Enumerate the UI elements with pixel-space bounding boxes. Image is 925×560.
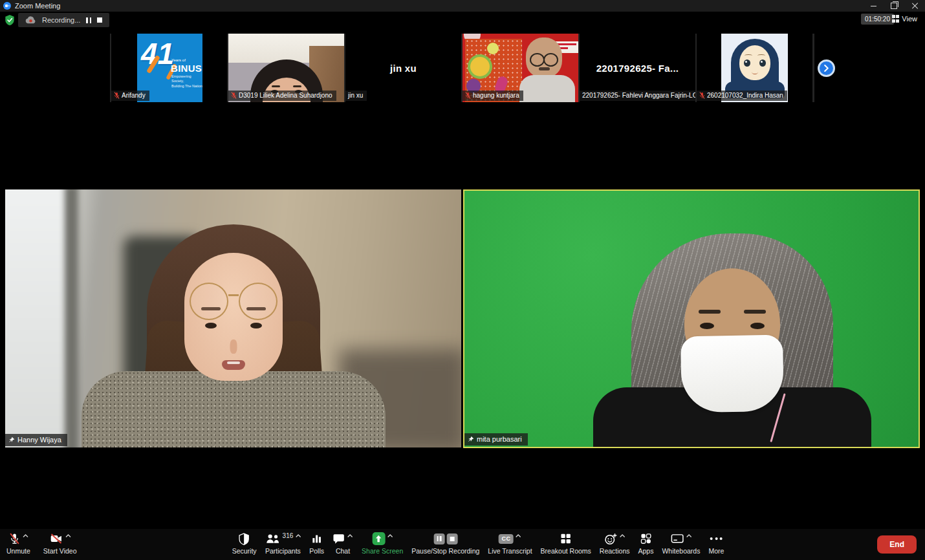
meeting-info-bar: Recording... 01:50:20 View	[0, 12, 925, 28]
participant-filmstrip: 41 Years of BINUS Empowering Society, Bu…	[110, 34, 814, 102]
binus-brand: BINUS	[171, 63, 202, 74]
pause-recording-button[interactable]	[86, 17, 91, 23]
cloud-recording-icon	[25, 16, 36, 25]
stop-icon	[97, 17, 102, 23]
more-button[interactable]: More	[708, 532, 724, 555]
whiteboards-caret[interactable]	[686, 532, 691, 539]
apps-button[interactable]: Apps	[638, 532, 654, 555]
whiteboard-icon	[670, 533, 684, 544]
binus-41: 41	[141, 39, 174, 69]
share-screen-icon	[372, 532, 385, 545]
chat-button[interactable]: Chat	[332, 532, 353, 555]
muted-mic-icon	[699, 92, 705, 99]
muted-mic-icon	[465, 92, 471, 99]
binus-years-of: Years of	[171, 58, 186, 62]
reactions-button[interactable]: Reactions	[600, 532, 630, 555]
participant-name-label: jin xu	[345, 91, 367, 101]
window-title: Zoom Meeting	[15, 2, 60, 10]
view-label: View	[902, 15, 917, 23]
video-thumb-arifandy[interactable]: 41 Years of BINUS Empowering Society, Bu…	[111, 34, 227, 102]
main-video-mita[interactable]: mita purbasari	[463, 189, 920, 448]
video-thumb-fahlevi[interactable]: 2201792625- Fa... 2201792625- Fahlevi An…	[580, 34, 695, 102]
security-button[interactable]: Security	[232, 532, 257, 555]
breakout-rooms-icon	[560, 533, 572, 544]
security-shield-icon	[239, 533, 250, 545]
muted-mic-icon	[114, 92, 120, 99]
video-thumb-jinxu[interactable]: jin xu jin xu	[345, 34, 461, 102]
participants-caret[interactable]	[295, 532, 301, 539]
closed-captions-icon: CC	[499, 534, 514, 544]
participant-name-label: D3019 Liliek Adelina Suhardjono	[228, 91, 336, 101]
pause-icon	[86, 17, 91, 23]
unmute-options-caret[interactable]	[23, 532, 28, 539]
reactions-caret[interactable]	[620, 532, 626, 539]
close-button[interactable]	[904, 0, 925, 12]
main-video-hanny[interactable]: Hanny Wijaya	[5, 189, 461, 447]
participants-button[interactable]: 316 Participants	[265, 532, 301, 555]
shield-check-icon	[5, 14, 15, 26]
meeting-toolbar: Unmute Start Video	[0, 529, 925, 560]
end-meeting-button[interactable]: End	[877, 535, 917, 554]
reactions-smiley-icon	[604, 533, 618, 545]
video-thumb-indira[interactable]: 2602107032_Indira Hasan	[697, 34, 812, 102]
breakout-rooms-button[interactable]: Breakout Rooms	[541, 532, 591, 555]
next-participants-button[interactable]	[818, 59, 835, 77]
mita-person	[593, 233, 871, 447]
participant-name-label: 2201792625- Fahlevi Anggara Fajrin-LC33	[580, 91, 695, 101]
mic-muted-icon	[8, 532, 21, 545]
pause-stop-recording-button[interactable]: Pause/Stop Recording	[411, 532, 479, 555]
minimize-icon	[871, 6, 876, 6]
view-grid-icon	[892, 15, 900, 23]
maximize-button[interactable]	[884, 0, 904, 12]
camera-off-icon	[49, 532, 63, 545]
pause-recording-icon[interactable]	[433, 533, 444, 544]
pin-icon	[8, 436, 15, 443]
stop-recording-icon[interactable]	[446, 533, 457, 544]
start-video-button[interactable]: Start Video	[43, 532, 77, 555]
view-button[interactable]: View	[889, 14, 920, 24]
share-screen-caret[interactable]	[387, 532, 393, 539]
muted-mic-icon	[231, 92, 237, 99]
apps-icon	[640, 533, 651, 544]
stop-recording-button[interactable]	[97, 17, 102, 23]
zoom-app-icon	[3, 2, 11, 10]
binus-tagline: Empowering Society, Building The Nation	[171, 74, 202, 89]
minimize-button[interactable]	[863, 0, 884, 12]
pin-icon	[468, 436, 474, 442]
participant-name-label: hagung kuntjara	[462, 91, 523, 101]
glasses-right-lens	[239, 283, 278, 320]
participant-name-label: Arifandy	[111, 91, 149, 101]
share-screen-button[interactable]: Share Screen	[362, 532, 403, 555]
recording-indicator: Recording...	[18, 13, 109, 27]
chat-caret[interactable]	[347, 532, 353, 539]
participant-name-label: mita purbasari	[464, 433, 528, 446]
video-options-caret[interactable]	[65, 532, 71, 539]
unmute-button[interactable]: Unmute	[6, 532, 30, 555]
polls-icon	[311, 533, 323, 544]
participant-name-label: Hanny Wijaya	[5, 434, 67, 446]
close-icon	[911, 3, 918, 9]
more-dots-icon	[710, 537, 723, 540]
participants-count: 316	[283, 532, 294, 539]
video-thumb-liliek[interactable]: D3019 Liliek Adelina Suhardjono	[228, 34, 344, 102]
glasses-left-lens	[190, 283, 228, 320]
video-thumb-hagung[interactable]: hagung kuntjara	[462, 34, 578, 102]
meeting-info-shield-button[interactable]	[5, 14, 15, 28]
window-titlebar: Zoom Meeting	[0, 0, 925, 12]
live-transcript-caret[interactable]	[516, 532, 521, 539]
polls-button[interactable]: Polls	[309, 532, 324, 555]
participants-icon	[265, 533, 281, 545]
whiteboards-button[interactable]: Whiteboards	[662, 532, 700, 555]
recording-status-text: Recording...	[42, 16, 80, 24]
chevron-right-icon	[823, 65, 829, 72]
restore-icon	[891, 3, 897, 9]
chat-bubble-icon	[332, 533, 345, 545]
hanny-person	[82, 224, 386, 447]
participant-name-label: 2602107032_Indira Hasan	[697, 91, 787, 101]
live-transcript-button[interactable]: CC Live Transcript	[488, 532, 532, 555]
